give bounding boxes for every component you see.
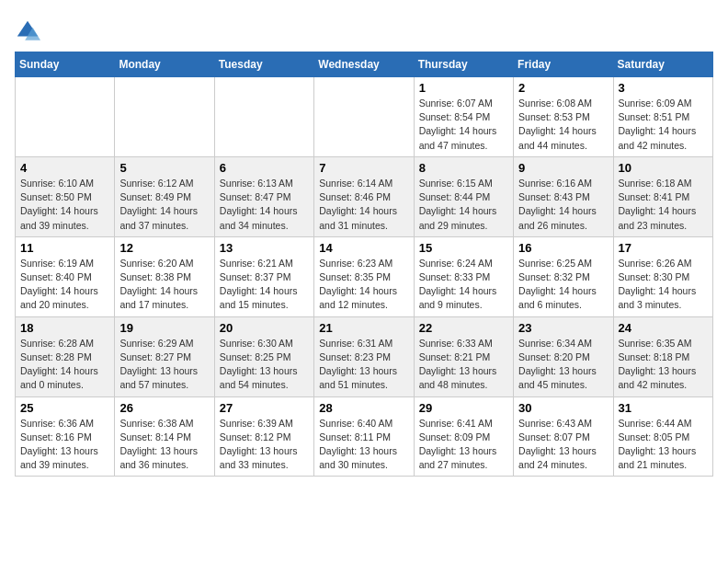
day-info: Sunrise: 6:15 AM Sunset: 8:44 PM Dayligh… — [419, 177, 508, 233]
header — [15, 15, 713, 44]
day-number: 5 — [119, 161, 209, 175]
calendar-cell — [214, 77, 313, 157]
day-number: 7 — [319, 161, 408, 175]
calendar-cell: 10Sunrise: 6:18 AM Sunset: 8:41 PM Dayli… — [613, 156, 712, 236]
day-number: 30 — [518, 401, 608, 415]
day-number: 23 — [518, 321, 608, 335]
day-info: Sunrise: 6:31 AM Sunset: 8:23 PM Dayligh… — [319, 337, 408, 393]
calendar-cell: 7Sunrise: 6:14 AM Sunset: 8:46 PM Daylig… — [314, 156, 414, 236]
day-info: Sunrise: 6:43 AM Sunset: 8:07 PM Dayligh… — [518, 417, 608, 473]
weekday-header-cell: Sunday — [16, 52, 115, 77]
logo — [15, 15, 44, 44]
day-info: Sunrise: 6:39 AM Sunset: 8:12 PM Dayligh… — [220, 417, 309, 473]
calendar-cell: 5Sunrise: 6:12 AM Sunset: 8:49 PM Daylig… — [115, 156, 214, 236]
day-number: 28 — [319, 401, 408, 415]
day-info: Sunrise: 6:34 AM Sunset: 8:20 PM Dayligh… — [518, 337, 608, 393]
calendar-cell: 16Sunrise: 6:25 AM Sunset: 8:32 PM Dayli… — [514, 236, 613, 316]
day-number: 19 — [119, 321, 209, 335]
day-info: Sunrise: 6:16 AM Sunset: 8:43 PM Dayligh… — [518, 177, 608, 233]
day-info: Sunrise: 6:09 AM Sunset: 8:51 PM Dayligh… — [619, 97, 708, 153]
calendar-cell — [314, 77, 414, 157]
day-number: 24 — [619, 321, 708, 335]
calendar-cell: 21Sunrise: 6:31 AM Sunset: 8:23 PM Dayli… — [314, 316, 414, 396]
day-number: 14 — [319, 241, 408, 255]
weekday-header-cell: Monday — [115, 52, 214, 77]
calendar-cell: 30Sunrise: 6:43 AM Sunset: 8:07 PM Dayli… — [514, 396, 613, 477]
day-info: Sunrise: 6:08 AM Sunset: 8:53 PM Dayligh… — [518, 97, 608, 153]
day-info: Sunrise: 6:19 AM Sunset: 8:40 PM Dayligh… — [20, 257, 109, 313]
day-number: 9 — [518, 161, 608, 175]
day-number: 20 — [220, 321, 309, 335]
calendar-cell: 28Sunrise: 6:40 AM Sunset: 8:11 PM Dayli… — [314, 396, 414, 477]
day-info: Sunrise: 6:25 AM Sunset: 8:32 PM Dayligh… — [518, 257, 608, 313]
day-info: Sunrise: 6:10 AM Sunset: 8:50 PM Dayligh… — [20, 177, 109, 233]
day-info: Sunrise: 6:29 AM Sunset: 8:27 PM Dayligh… — [119, 337, 209, 393]
day-number: 3 — [619, 81, 708, 95]
day-number: 21 — [319, 321, 408, 335]
weekday-header-row: SundayMondayTuesdayWednesdayThursdayFrid… — [16, 52, 713, 77]
calendar-cell: 25Sunrise: 6:36 AM Sunset: 8:16 PM Dayli… — [16, 396, 115, 477]
day-number: 29 — [419, 401, 508, 415]
calendar-cell: 27Sunrise: 6:39 AM Sunset: 8:12 PM Dayli… — [214, 396, 313, 477]
calendar-cell: 24Sunrise: 6:35 AM Sunset: 8:18 PM Dayli… — [613, 316, 712, 396]
calendar-cell: 18Sunrise: 6:28 AM Sunset: 8:28 PM Dayli… — [16, 316, 115, 396]
calendar-cell: 22Sunrise: 6:33 AM Sunset: 8:21 PM Dayli… — [414, 316, 513, 396]
calendar-week-row: 1Sunrise: 6:07 AM Sunset: 8:54 PM Daylig… — [16, 77, 713, 157]
calendar-cell: 14Sunrise: 6:23 AM Sunset: 8:35 PM Dayli… — [314, 236, 414, 316]
day-info: Sunrise: 6:38 AM Sunset: 8:14 PM Dayligh… — [119, 417, 209, 473]
day-info: Sunrise: 6:13 AM Sunset: 8:47 PM Dayligh… — [220, 177, 309, 233]
day-info: Sunrise: 6:30 AM Sunset: 8:25 PM Dayligh… — [220, 337, 309, 393]
calendar-cell: 6Sunrise: 6:13 AM Sunset: 8:47 PM Daylig… — [214, 156, 313, 236]
day-number: 10 — [619, 161, 708, 175]
day-info: Sunrise: 6:28 AM Sunset: 8:28 PM Dayligh… — [20, 337, 109, 393]
day-info: Sunrise: 6:41 AM Sunset: 8:09 PM Dayligh… — [419, 417, 508, 473]
calendar-cell: 11Sunrise: 6:19 AM Sunset: 8:40 PM Dayli… — [16, 236, 115, 316]
day-info: Sunrise: 6:40 AM Sunset: 8:11 PM Dayligh… — [319, 417, 408, 473]
day-info: Sunrise: 6:36 AM Sunset: 8:16 PM Dayligh… — [20, 417, 109, 473]
day-info: Sunrise: 6:20 AM Sunset: 8:38 PM Dayligh… — [119, 257, 209, 313]
day-number: 4 — [20, 161, 109, 175]
day-info: Sunrise: 6:07 AM Sunset: 8:54 PM Dayligh… — [419, 97, 508, 153]
day-info: Sunrise: 6:26 AM Sunset: 8:30 PM Dayligh… — [619, 257, 708, 313]
calendar-cell: 20Sunrise: 6:30 AM Sunset: 8:25 PM Dayli… — [214, 316, 313, 396]
day-number: 27 — [220, 401, 309, 415]
calendar-cell: 4Sunrise: 6:10 AM Sunset: 8:50 PM Daylig… — [16, 156, 115, 236]
calendar: SundayMondayTuesdayWednesdayThursdayFrid… — [15, 52, 713, 477]
day-number: 25 — [20, 401, 109, 415]
calendar-cell: 17Sunrise: 6:26 AM Sunset: 8:30 PM Dayli… — [613, 236, 712, 316]
calendar-cell: 31Sunrise: 6:44 AM Sunset: 8:05 PM Dayli… — [613, 396, 712, 477]
day-info: Sunrise: 6:18 AM Sunset: 8:41 PM Dayligh… — [619, 177, 708, 233]
weekday-header-cell: Saturday — [613, 52, 712, 77]
calendar-cell: 26Sunrise: 6:38 AM Sunset: 8:14 PM Dayli… — [115, 396, 214, 477]
weekday-header-cell: Thursday — [414, 52, 513, 77]
calendar-cell: 23Sunrise: 6:34 AM Sunset: 8:20 PM Dayli… — [514, 316, 613, 396]
calendar-body: 1Sunrise: 6:07 AM Sunset: 8:54 PM Daylig… — [16, 77, 713, 477]
day-info: Sunrise: 6:35 AM Sunset: 8:18 PM Dayligh… — [619, 337, 708, 393]
calendar-cell: 12Sunrise: 6:20 AM Sunset: 8:38 PM Dayli… — [115, 236, 214, 316]
day-number: 22 — [419, 321, 508, 335]
day-number: 26 — [119, 401, 209, 415]
day-number: 16 — [518, 241, 608, 255]
calendar-week-row: 18Sunrise: 6:28 AM Sunset: 8:28 PM Dayli… — [16, 316, 713, 396]
day-number: 8 — [419, 161, 508, 175]
day-number: 13 — [220, 241, 309, 255]
day-info: Sunrise: 6:14 AM Sunset: 8:46 PM Dayligh… — [319, 177, 408, 233]
day-number: 31 — [619, 401, 708, 415]
day-info: Sunrise: 6:12 AM Sunset: 8:49 PM Dayligh… — [119, 177, 209, 233]
day-number: 15 — [419, 241, 508, 255]
day-info: Sunrise: 6:44 AM Sunset: 8:05 PM Dayligh… — [619, 417, 708, 473]
day-number: 6 — [220, 161, 309, 175]
day-info: Sunrise: 6:21 AM Sunset: 8:37 PM Dayligh… — [220, 257, 309, 313]
day-number: 12 — [119, 241, 209, 255]
calendar-week-row: 25Sunrise: 6:36 AM Sunset: 8:16 PM Dayli… — [16, 396, 713, 477]
calendar-cell: 3Sunrise: 6:09 AM Sunset: 8:51 PM Daylig… — [613, 77, 712, 157]
weekday-header-cell: Tuesday — [214, 52, 313, 77]
calendar-cell: 8Sunrise: 6:15 AM Sunset: 8:44 PM Daylig… — [414, 156, 513, 236]
calendar-week-row: 4Sunrise: 6:10 AM Sunset: 8:50 PM Daylig… — [16, 156, 713, 236]
calendar-cell: 2Sunrise: 6:08 AM Sunset: 8:53 PM Daylig… — [514, 77, 613, 157]
day-number: 1 — [419, 81, 508, 95]
day-info: Sunrise: 6:23 AM Sunset: 8:35 PM Dayligh… — [319, 257, 408, 313]
calendar-cell: 19Sunrise: 6:29 AM Sunset: 8:27 PM Dayli… — [115, 316, 214, 396]
weekday-header-cell: Wednesday — [314, 52, 414, 77]
day-info: Sunrise: 6:24 AM Sunset: 8:33 PM Dayligh… — [419, 257, 508, 313]
